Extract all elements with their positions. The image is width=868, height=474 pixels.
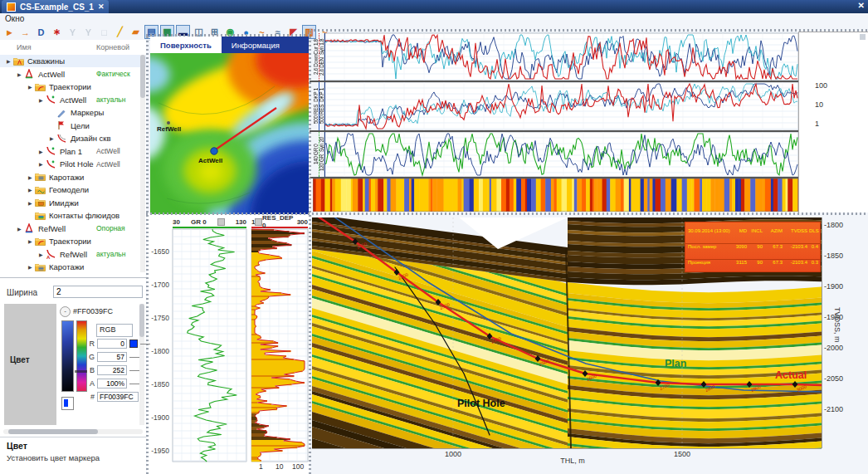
expand-arrow-icon[interactable]: ▶ <box>50 135 56 141</box>
channel-input[interactable] <box>97 365 127 375</box>
frame-d-tool-icon[interactable]: D <box>34 25 48 39</box>
expand-arrow-icon[interactable]: ▶ <box>17 71 24 77</box>
expand-arrow-icon[interactable]: ▶ <box>39 149 46 154</box>
document-icon <box>7 2 16 12</box>
x-axis-tick: 1000 <box>441 450 466 458</box>
actual-label: Actual <box>775 369 807 381</box>
gr-settings-icon[interactable] <box>217 218 225 226</box>
flow-tool-icon[interactable]: → <box>18 25 32 39</box>
channel-key: # <box>88 393 95 401</box>
expand-arrow-icon[interactable]: ▶ <box>17 226 24 232</box>
curve-icon <box>46 159 57 169</box>
unlink-tool-icon[interactable]: Y <box>81 25 95 39</box>
x-axis-title: THL, m <box>548 457 597 465</box>
splitter-vertical[interactable] <box>146 37 149 474</box>
res-settings-icon[interactable] <box>255 218 262 226</box>
channel-slider[interactable] <box>129 384 139 384</box>
splitter-vertical[interactable] <box>309 32 311 474</box>
brush-tool-icon[interactable]: ▰ <box>129 25 143 39</box>
wells-icon <box>13 56 25 66</box>
gr-track-header[interactable]: 30 GR 0 130 <box>173 217 246 228</box>
expand-arrow-icon[interactable]: ▶ <box>28 174 35 180</box>
expand-arrow-icon[interactable]: ▶ <box>39 252 46 257</box>
expand-arrow-icon[interactable]: ▶ <box>28 200 35 206</box>
resize-grip[interactable] <box>860 34 866 40</box>
pencil-tool-icon[interactable]: ╱ <box>113 25 127 39</box>
color-expander-button[interactable]: - <box>60 306 71 317</box>
divider <box>0 437 146 437</box>
width-input[interactable] <box>53 286 143 298</box>
splitter-horizontal[interactable] <box>146 213 868 215</box>
tab-close-icon[interactable]: ✕ <box>98 2 105 11</box>
expand-arrow-icon[interactable]: ▶ <box>28 84 35 90</box>
hue-marker[interactable] <box>75 370 87 373</box>
color-picker-hue-bar[interactable] <box>76 320 87 392</box>
tree-item-label: Каротажи <box>49 173 84 182</box>
info-value: 90 <box>749 259 764 265</box>
tree-item-actwell[interactable]: ▶ActWellФактическ <box>0 68 157 81</box>
depth-label: -1850 <box>148 380 169 388</box>
survey-info-box[interactable]: 30.09.2014 (13:00)MDINCLAZIMTVDSSDLSПосл… <box>685 222 821 272</box>
splitter-horizontal[interactable] <box>310 29 868 32</box>
map-tab-bar: Поверхность Информация <box>150 37 309 53</box>
depth-tracks[interactable] <box>147 214 310 474</box>
res-scale-100: 100 <box>815 81 827 90</box>
log-tracks[interactable] <box>313 32 798 212</box>
channel-slider[interactable] <box>129 370 139 371</box>
channel-slider[interactable] <box>129 357 139 358</box>
help-title: Цвет <box>7 441 27 451</box>
info-value: 0.3 <box>809 259 820 265</box>
info-value: 3115 <box>729 259 749 265</box>
expand-arrow-icon[interactable]: ▶ <box>28 187 35 193</box>
svg-text:A: A <box>46 255 51 260</box>
expand-arrow-icon[interactable]: ▶ <box>28 264 35 270</box>
gr-left-scale: 30 <box>173 218 180 226</box>
menu-bar <box>0 13 868 24</box>
tab-information[interactable]: Информация <box>222 37 290 53</box>
app-window: CS-Example_CS_1 ✕ ✕ Окно ►→D∗YY□╱▰▤▦▬◫⊞◉… <box>0 0 868 474</box>
tree-item-скважины[interactable]: ▶Скважины <box>0 55 146 67</box>
expand-arrow-icon[interactable]: ▶ <box>39 97 46 103</box>
snap-tool-icon[interactable]: ∗ <box>50 25 64 39</box>
res-track-header[interactable]: 1 RES_DEP 0 300 <box>251 217 308 228</box>
surface-map[interactable]: RefWell ActWell <box>150 53 309 214</box>
y-axis-tick: -2000 <box>824 344 852 352</box>
depth-label: -1900 <box>148 413 169 422</box>
res-right-scale: 300 <box>297 218 308 226</box>
window-close-icon[interactable]: ✕ <box>858 1 865 10</box>
splitter-horizontal[interactable] <box>146 34 310 37</box>
region-tool-icon[interactable]: □ <box>97 25 111 39</box>
traj-icon <box>35 82 46 92</box>
x-axis-line <box>312 448 822 449</box>
tree-item-label: Контакты флюидов <box>49 211 119 220</box>
color-mode-select[interactable]: RGB <box>96 324 133 337</box>
tree-item-refwell[interactable]: ▶RefWellОпорная <box>0 222 157 235</box>
current-color-swatch[interactable] <box>61 397 74 410</box>
expand-arrow-icon[interactable]: ▶ <box>7 58 13 64</box>
color-picker-gradient[interactable] <box>61 320 74 392</box>
menu-item-window[interactable]: Окно <box>5 14 24 23</box>
link-tool-icon[interactable]: Y <box>66 25 80 39</box>
channel-input[interactable] <box>97 352 127 362</box>
plan-label: Plan <box>665 358 686 369</box>
props-scrollbar-thumb[interactable] <box>139 304 144 337</box>
track-separator[interactable] <box>310 177 798 178</box>
design-icon <box>56 134 68 144</box>
channel-input[interactable] <box>97 339 127 349</box>
channel-input[interactable] <box>97 379 127 388</box>
tree-scrollbar-thumb[interactable] <box>140 55 145 98</box>
expand-arrow-icon[interactable]: ▶ <box>28 238 35 244</box>
img-icon <box>35 198 46 208</box>
props-hscrollbar-thumb[interactable] <box>8 429 98 434</box>
tab-surface[interactable]: Поверхность <box>150 37 222 53</box>
geo-icon <box>35 185 46 195</box>
expand-arrow-icon[interactable]: ▶ <box>39 161 46 167</box>
track-separator[interactable] <box>310 130 798 132</box>
tree-item-label: Траектории <box>49 237 91 246</box>
document-tab[interactable]: CS-Example_CS_1 ✕ <box>2 0 109 13</box>
select-tool-icon[interactable]: ► <box>2 25 17 39</box>
channel-color-swatch <box>129 340 138 348</box>
channel-slider[interactable] <box>140 344 150 345</box>
track-separator[interactable] <box>310 81 798 82</box>
channel-input[interactable] <box>97 392 139 402</box>
